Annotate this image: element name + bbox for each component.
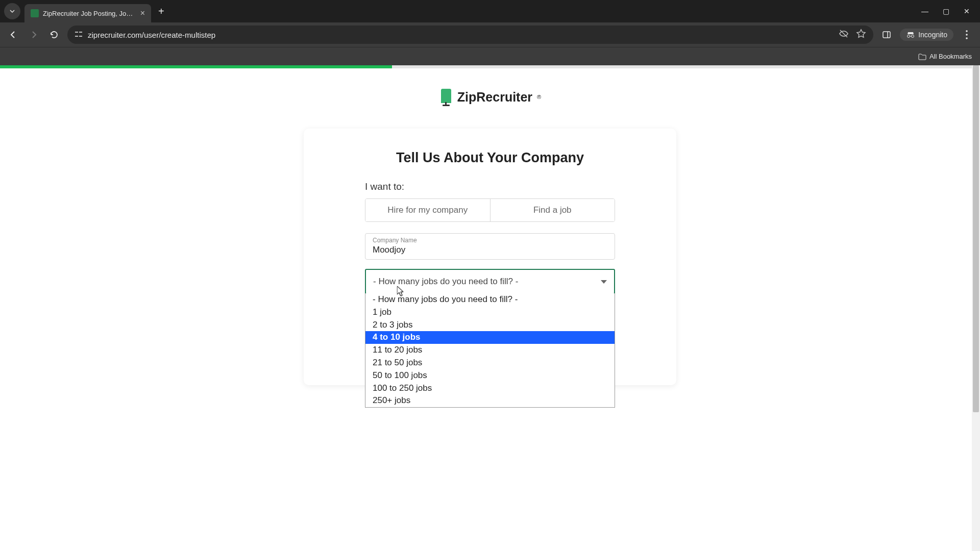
- forward-button[interactable]: [27, 28, 41, 42]
- tab-title: ZipRecruiter Job Posting, Job S: [43, 10, 136, 17]
- bookmarks-bar: All Bookmarks: [0, 47, 980, 65]
- scrollbar-track[interactable]: [972, 65, 980, 551]
- company-name-field[interactable]: Company Name Moodjoy: [365, 233, 615, 260]
- registered-mark: ®: [537, 94, 541, 100]
- tab-close-button[interactable]: ×: [140, 9, 145, 18]
- menu-button[interactable]: [960, 28, 974, 42]
- reload-icon: [50, 30, 59, 39]
- find-job-toggle[interactable]: Find a job: [491, 199, 615, 221]
- maximize-button[interactable]: ▢: [943, 7, 949, 15]
- dd-option-50-100-jobs[interactable]: 50 to 100 jobs: [365, 369, 615, 382]
- kebab-icon: [966, 30, 968, 39]
- incognito-label: Incognito: [918, 31, 947, 39]
- svg-rect-3: [79, 36, 82, 37]
- hire-toggle[interactable]: Hire for my company: [365, 199, 491, 221]
- chevron-down-icon: [9, 8, 15, 14]
- svg-point-6: [908, 35, 910, 38]
- svg-rect-2: [75, 36, 78, 37]
- svg-point-9: [966, 30, 968, 32]
- svg-rect-0: [75, 32, 78, 33]
- dd-option-11-20-jobs[interactable]: 11 to 20 jobs: [365, 344, 615, 357]
- all-bookmarks-button[interactable]: All Bookmarks: [918, 53, 972, 60]
- tab-search-button[interactable]: [4, 3, 20, 19]
- arrow-right-icon: [29, 30, 39, 40]
- dd-option-250-plus-jobs[interactable]: 250+ jobs: [365, 394, 615, 407]
- browser-tab[interactable]: ZipRecruiter Job Posting, Job S ×: [24, 4, 151, 22]
- window-controls: — ▢ ✕: [921, 7, 976, 15]
- address-bar[interactable]: ziprecruiter.com/user/create-multistep: [67, 26, 873, 44]
- bookmark-star-icon[interactable]: [856, 29, 866, 41]
- dd-option-4-10-jobs[interactable]: 4 to 10 jobs: [365, 331, 615, 344]
- folder-icon: [918, 53, 926, 60]
- all-bookmarks-label: All Bookmarks: [929, 53, 972, 60]
- dd-option-2-3-jobs[interactable]: 2 to 3 jobs: [365, 319, 615, 332]
- incognito-badge[interactable]: Incognito: [900, 29, 953, 41]
- nav-bar: ziprecruiter.com/user/create-multistep I…: [0, 22, 980, 47]
- dd-option-21-50-jobs[interactable]: 21 to 50 jobs: [365, 357, 615, 369]
- jobs-count-select[interactable]: - How many jobs do you need to fill? - -…: [365, 269, 615, 294]
- svg-point-11: [966, 37, 968, 39]
- incognito-icon: [906, 31, 915, 38]
- svg-rect-4: [883, 32, 890, 38]
- panel-icon: [882, 30, 891, 39]
- logo-mark-icon: [439, 88, 453, 106]
- form-card: Tell Us About Your Company I want to: Hi…: [304, 129, 676, 385]
- new-tab-button[interactable]: +: [158, 6, 164, 17]
- svg-point-10: [966, 34, 968, 36]
- jobs-dropdown-list: - How many jobs do you need to fill? - 1…: [365, 293, 615, 408]
- back-button[interactable]: [6, 28, 20, 42]
- dd-option-placeholder[interactable]: - How many jobs do you need to fill? -: [365, 293, 615, 306]
- side-panel-button[interactable]: [879, 28, 894, 42]
- ziprecruiter-logo: ZipRecruiter®: [439, 88, 541, 106]
- browser-chrome: ZipRecruiter Job Posting, Job S × + — ▢ …: [0, 0, 980, 65]
- chevron-down-icon: [601, 280, 607, 284]
- logo-text: ZipRecruiter: [457, 90, 532, 105]
- page-title: Tell Us About Your Company: [365, 150, 615, 166]
- reload-button[interactable]: [47, 28, 61, 42]
- company-name-value: Moodjoy: [373, 245, 607, 255]
- scrollbar-thumb[interactable]: [973, 65, 979, 412]
- eye-off-icon[interactable]: [839, 29, 849, 41]
- dd-option-1-job[interactable]: 1 job: [365, 306, 615, 319]
- svg-point-7: [912, 35, 914, 38]
- page-content: ZipRecruiter® Tell Us About Your Company…: [0, 65, 980, 551]
- company-name-label: Company Name: [373, 237, 607, 244]
- tab-bar: ZipRecruiter Job Posting, Job S × + — ▢ …: [0, 0, 980, 22]
- arrow-left-icon: [8, 30, 18, 40]
- url-text: ziprecruiter.com/user/create-multistep: [88, 31, 834, 39]
- want-to-label: I want to:: [365, 181, 615, 192]
- select-placeholder: - How many jobs do you need to fill? -: [373, 277, 518, 287]
- favicon: [31, 9, 39, 17]
- minimize-button[interactable]: —: [921, 7, 928, 15]
- svg-rect-1: [79, 32, 82, 33]
- close-window-button[interactable]: ✕: [964, 7, 970, 15]
- dd-option-100-250-jobs[interactable]: 100 to 250 jobs: [365, 382, 615, 395]
- intent-toggle-group: Hire for my company Find a job: [365, 198, 615, 222]
- site-settings-icon[interactable]: [75, 30, 83, 40]
